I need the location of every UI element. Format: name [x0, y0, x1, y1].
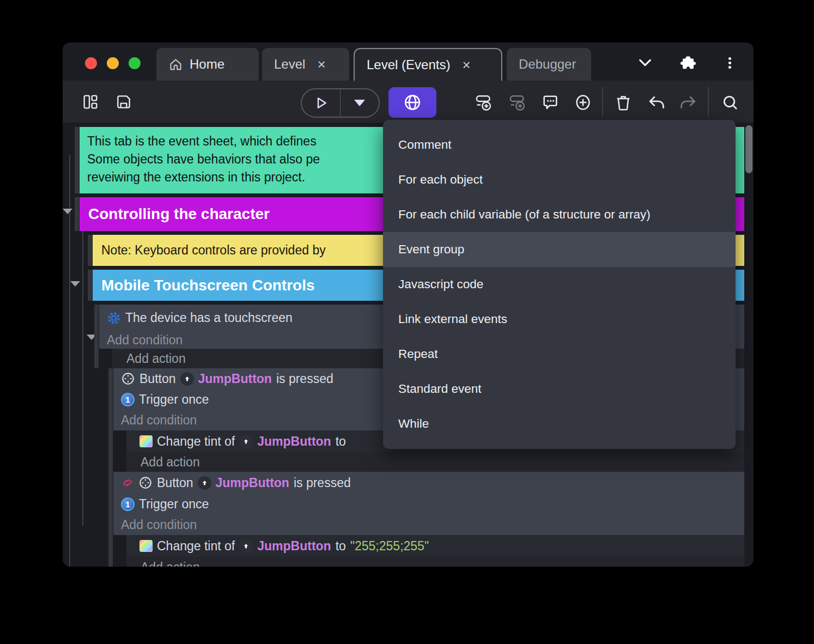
- menu-item-event-group[interactable]: Event group: [383, 232, 736, 267]
- overflow-menu-kebab-icon[interactable]: [728, 56, 731, 70]
- block-handle[interactable]: [75, 197, 79, 231]
- menu-item-for-each-child-variable[interactable]: For each child variable (of a structure …: [383, 197, 736, 232]
- tab-debugger[interactable]: Debugger: [507, 48, 591, 81]
- tab-level[interactable]: Level ×: [262, 48, 349, 81]
- tab-list-chevron-down-icon[interactable]: [637, 57, 653, 71]
- toolbar: [63, 81, 754, 123]
- undo-icon[interactable]: [647, 93, 664, 111]
- gear-icon: [107, 311, 121, 325]
- block-handle[interactable]: [94, 305, 99, 368]
- close-window-button[interactable]: [85, 57, 97, 69]
- inverted-condition-icon: [121, 476, 134, 489]
- block-handle[interactable]: [88, 270, 92, 301]
- button-plugin-icon: [121, 372, 135, 386]
- tab-label: Home: [190, 57, 224, 72]
- collapse-arrow-icon[interactable]: [70, 281, 80, 287]
- object-name: JumpButton: [257, 539, 331, 554]
- redo-icon[interactable]: [678, 93, 696, 111]
- add-object-plus-icon[interactable]: [574, 93, 591, 111]
- trigger-once-icon: 1: [121, 497, 135, 511]
- action-verb: Change tint of: [157, 539, 235, 554]
- addons-puzzle-icon[interactable]: [680, 54, 696, 73]
- condition-text[interactable]: The device has a touchscreen: [125, 311, 293, 325]
- condition-predicate: is pressed: [276, 372, 333, 386]
- play-icon: [313, 95, 329, 111]
- action-text: to: [336, 539, 346, 554]
- preview-options-dropdown[interactable]: [341, 89, 379, 117]
- jumpbutton-object-icon: [198, 476, 211, 490]
- group-title: Mobile Touchscreen Controls: [101, 277, 315, 294]
- jumpbutton-object-icon: [239, 435, 253, 448]
- tree-line: [82, 204, 83, 526]
- object-name: JumpButton: [216, 476, 289, 490]
- condition-text[interactable]: Trigger once: [139, 497, 209, 512]
- tab-label: Level (Events): [367, 57, 450, 72]
- menu-item-comment[interactable]: Comment: [383, 127, 736, 162]
- menu-item-javascript-code[interactable]: Javascript code: [383, 267, 736, 302]
- condition-predicate: is pressed: [294, 476, 351, 490]
- toolbar-separator: [708, 87, 709, 117]
- block-handle[interactable]: [88, 235, 92, 266]
- close-tab-icon[interactable]: ×: [317, 57, 325, 71]
- block-handle[interactable]: [108, 472, 113, 567]
- add-event-icon[interactable]: [475, 93, 492, 111]
- maximize-window-button[interactable]: [129, 57, 141, 69]
- save-icon[interactable]: [115, 93, 132, 111]
- delete-trash-icon[interactable]: [614, 93, 631, 111]
- play-preview-button[interactable]: [302, 89, 340, 117]
- plugin-name: Button: [157, 476, 193, 490]
- minimize-window-button[interactable]: [107, 57, 119, 69]
- plugin-name: Button: [139, 372, 176, 386]
- menu-item-while[interactable]: While: [383, 406, 736, 441]
- tree-line: [69, 155, 70, 567]
- condition-text[interactable]: Trigger once: [139, 392, 209, 407]
- collapse-arrow-icon[interactable]: [63, 209, 72, 214]
- add-action-link[interactable]: Add action: [126, 452, 744, 472]
- add-condition-link[interactable]: Add condition: [121, 518, 197, 532]
- event-block-jumpbutton-not-pressed[interactable]: Button JumpButton is pressed 1 Trigger o…: [113, 472, 744, 535]
- button-plugin-icon: [138, 476, 153, 490]
- action-verb: Change tint of: [157, 434, 235, 449]
- screenshot-stage: Home Level × Level (Events) × Debugger: [0, 0, 814, 644]
- tab-label: Level: [274, 57, 305, 72]
- block-handle[interactable]: [108, 368, 113, 472]
- add-comment-icon[interactable]: [541, 93, 558, 111]
- add-subevent-icon[interactable]: [508, 93, 526, 111]
- toolbar-separator: [602, 87, 603, 117]
- action-value: "255;255;255": [350, 539, 429, 554]
- action-change-tint[interactable]: Change tint of JumpButton to "255;255;25…: [126, 535, 744, 557]
- vertical-scrollbar-thumb[interactable]: [745, 125, 752, 173]
- titlebar: Home Level × Level (Events) × Debugger: [63, 42, 754, 81]
- add-condition-link[interactable]: Add condition: [107, 333, 183, 348]
- jumpbutton-object-icon: [180, 372, 194, 386]
- add-event-context-menu: Comment For each object For each child v…: [383, 120, 736, 449]
- menu-item-link-external-events[interactable]: Link external events: [383, 302, 736, 337]
- object-name: JumpButton: [198, 372, 272, 386]
- jumpbutton-object-icon: [239, 539, 253, 553]
- menu-item-standard-event[interactable]: Standard event: [383, 372, 736, 406]
- object-name: JumpButton: [257, 434, 331, 449]
- tab-level-events[interactable]: Level (Events) ×: [354, 48, 502, 81]
- trigger-once-icon: 1: [121, 393, 135, 406]
- home-icon: [168, 57, 183, 72]
- action-text: to: [336, 434, 346, 449]
- menu-item-repeat[interactable]: Repeat: [383, 337, 736, 372]
- app-window: Home Level × Level (Events) × Debugger: [63, 42, 754, 567]
- note-text: Note: Keyboard controls are provided by: [101, 243, 326, 258]
- group-title: Controlling the character: [88, 205, 270, 223]
- block-handle[interactable]: [75, 127, 79, 193]
- globe-icon: [403, 93, 422, 112]
- tint-icon: [139, 540, 153, 552]
- menu-item-for-each-object[interactable]: For each object: [383, 162, 736, 197]
- add-event-globe-button[interactable]: [388, 87, 436, 118]
- caret-down-icon: [354, 100, 365, 106]
- add-condition-link[interactable]: Add condition: [121, 413, 197, 428]
- search-icon[interactable]: [721, 93, 738, 111]
- close-tab-icon[interactable]: ×: [462, 58, 470, 72]
- tint-icon: [139, 435, 153, 447]
- tab-home[interactable]: Home: [156, 48, 259, 81]
- preview-split-button: [301, 88, 380, 118]
- layout-panels-icon[interactable]: [82, 93, 99, 111]
- add-action-link[interactable]: Add action: [126, 557, 744, 567]
- tab-label: Debugger: [519, 57, 576, 72]
